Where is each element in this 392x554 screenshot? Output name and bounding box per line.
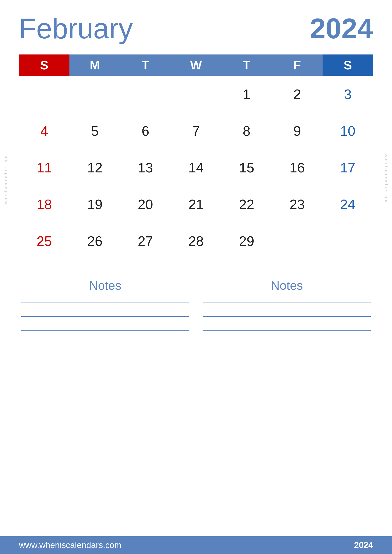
day-20: 20	[120, 186, 171, 223]
week-row-2: 4 5 6 7 8 9 10	[19, 112, 373, 149]
day-16: 16	[272, 149, 322, 186]
calendar-header-row: S M T W T F S	[19, 55, 373, 76]
day-5: 5	[70, 112, 120, 149]
day-8: 8	[221, 112, 272, 149]
footer: www.wheniscalendars.com 2024	[0, 536, 392, 554]
week-row-3: 11 12 13 14 15 16 17	[19, 149, 373, 186]
notes-section: Notes Notes	[19, 278, 373, 359]
day-22: 22	[221, 186, 272, 223]
day-11: 11	[19, 149, 70, 186]
day-empty	[272, 223, 322, 259]
day-7: 7	[171, 112, 221, 149]
day-21: 21	[171, 186, 221, 223]
day-29: 29	[221, 223, 272, 259]
notes-column-right: Notes	[203, 278, 371, 359]
calendar-table: S M T W T F S 1 2 3	[19, 55, 373, 259]
month-title: February	[19, 14, 133, 43]
day-13: 13	[120, 149, 171, 186]
day-empty	[70, 76, 120, 112]
header-monday: M	[70, 55, 120, 76]
day-25: 25	[19, 223, 70, 259]
day-12: 12	[70, 149, 120, 186]
day-28: 28	[171, 223, 221, 259]
notes-lines-right	[203, 302, 371, 359]
year-title: 2024	[310, 14, 373, 43]
day-1: 1	[221, 76, 272, 112]
notes-line	[203, 302, 371, 303]
footer-url: www.wheniscalendars.com	[19, 540, 121, 550]
day-2: 2	[272, 76, 322, 112]
day-4: 4	[19, 112, 70, 149]
week-row-5: 25 26 27 28 29	[19, 223, 373, 259]
notes-line	[21, 345, 189, 345]
calendar-page: February 2024 S M T W T F S	[0, 0, 392, 554]
day-10: 10	[322, 112, 373, 149]
day-26: 26	[70, 223, 120, 259]
week-row-1: 1 2 3	[19, 76, 373, 112]
notes-label-right: Notes	[203, 278, 371, 292]
day-6: 6	[120, 112, 171, 149]
header-sunday: S	[19, 55, 70, 76]
day-27: 27	[120, 223, 171, 259]
day-empty	[322, 223, 373, 259]
notes-lines-left	[21, 302, 189, 359]
header: February 2024	[19, 14, 373, 43]
day-24: 24	[322, 186, 373, 223]
notes-label-left: Notes	[21, 278, 189, 292]
watermark-left: wheniscalendars.com	[4, 154, 8, 204]
header-friday: F	[272, 55, 322, 76]
calendar-container: S M T W T F S 1 2 3	[19, 55, 373, 259]
week-row-4: 18 19 20 21 22 23 24	[19, 186, 373, 223]
notes-line	[21, 330, 189, 331]
notes-line	[203, 316, 371, 317]
notes-line	[203, 345, 371, 345]
day-15: 15	[221, 149, 272, 186]
day-empty	[120, 76, 171, 112]
notes-column-left: Notes	[21, 278, 189, 359]
footer-year: 2024	[354, 540, 373, 550]
header-saturday: S	[322, 55, 373, 76]
day-empty	[171, 76, 221, 112]
notes-line	[21, 316, 189, 317]
notes-line	[21, 359, 189, 359]
day-empty	[19, 76, 70, 112]
notes-line	[21, 302, 189, 303]
day-17: 17	[322, 149, 373, 186]
day-23: 23	[272, 186, 322, 223]
header-tuesday: T	[120, 55, 171, 76]
day-18: 18	[19, 186, 70, 223]
notes-line	[203, 359, 371, 359]
notes-line	[203, 330, 371, 331]
watermark-right: wheniscalendars.com	[384, 154, 388, 204]
header-wednesday: W	[171, 55, 221, 76]
day-3: 3	[322, 76, 373, 112]
day-14: 14	[171, 149, 221, 186]
day-19: 19	[70, 186, 120, 223]
header-thursday: T	[221, 55, 272, 76]
day-9: 9	[272, 112, 322, 149]
